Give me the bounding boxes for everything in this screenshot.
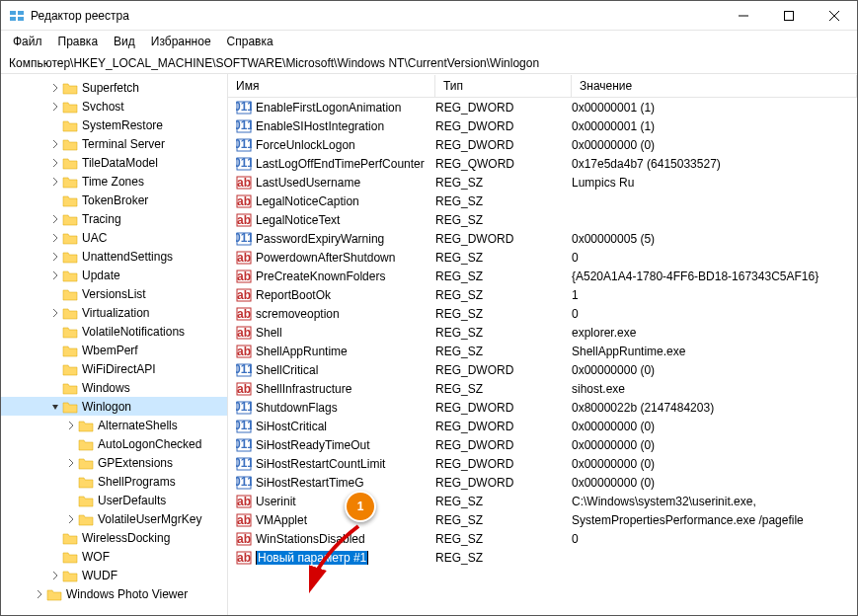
menu-edit[interactable]: Правка bbox=[52, 33, 105, 50]
tree-item[interactable]: ShellPrograms bbox=[1, 472, 227, 491]
column-value[interactable]: Значение bbox=[572, 75, 857, 97]
menu-file[interactable]: Файл bbox=[7, 33, 48, 50]
tree-item[interactable]: Time Zones bbox=[1, 172, 227, 191]
tree-item[interactable]: Update bbox=[1, 266, 227, 284]
tree-item[interactable]: VersionsList bbox=[1, 284, 227, 303]
tree-item[interactable]: AutoLogonChecked bbox=[1, 434, 227, 453]
list-row[interactable]: 011LastLogOffEndTimePerfCounterREG_QWORD… bbox=[228, 154, 857, 173]
list-row[interactable]: abUserinitREG_SZC:\Windows\system32\user… bbox=[228, 492, 857, 510]
value-type-icon: 011 bbox=[236, 100, 252, 116]
list-row[interactable]: abShellREG_SZexplorer.exe bbox=[228, 323, 857, 342]
tree-item[interactable]: SystemRestore bbox=[1, 116, 227, 134]
tree-item[interactable]: VolatileUserMgrKey bbox=[1, 509, 227, 528]
expand-icon[interactable] bbox=[48, 231, 62, 245]
expand-icon[interactable] bbox=[48, 550, 62, 564]
expand-icon[interactable] bbox=[48, 118, 62, 132]
expand-icon[interactable] bbox=[48, 344, 62, 357]
tree-item[interactable]: VolatileNotifications bbox=[1, 322, 227, 341]
expand-icon[interactable] bbox=[48, 175, 62, 189]
tree-item[interactable]: Winlogon bbox=[1, 397, 227, 416]
tree-item[interactable]: Virtualization bbox=[1, 303, 227, 322]
expand-icon[interactable] bbox=[48, 193, 62, 207]
tree-view[interactable]: SuperfetchSvchostSystemRestoreTerminal S… bbox=[1, 74, 228, 615]
expand-icon[interactable] bbox=[48, 100, 62, 114]
tree-item[interactable]: GPExtensions bbox=[1, 453, 227, 472]
menu-help[interactable]: Справка bbox=[221, 33, 279, 50]
list-row[interactable]: 011SiHostRestartTimeGREG_DWORD0x00000000… bbox=[228, 473, 857, 492]
expand-icon[interactable] bbox=[64, 494, 78, 507]
tree-item[interactable]: UAC bbox=[1, 228, 227, 247]
list-row[interactable]: abLastUsedUsernameREG_SZLumpics Ru bbox=[228, 173, 857, 192]
list-row[interactable]: 011PasswordExpiryWarningREG_DWORD0x00000… bbox=[228, 229, 857, 248]
tree-item[interactable]: TokenBroker bbox=[1, 191, 227, 209]
column-name[interactable]: Имя bbox=[228, 75, 435, 97]
list-row[interactable]: 011ForceUnlockLogonREG_DWORD0x00000000 (… bbox=[228, 135, 857, 154]
menu-favorites[interactable]: Избранное bbox=[145, 33, 217, 50]
expand-icon[interactable] bbox=[48, 531, 62, 545]
expand-icon[interactable] bbox=[48, 81, 62, 95]
list-row[interactable]: abLegalNoticeTextREG_SZ bbox=[228, 210, 857, 229]
expand-icon[interactable] bbox=[48, 250, 62, 264]
list-row[interactable]: abShellAppRuntimeREG_SZShellAppRuntime.e… bbox=[228, 342, 857, 360]
list-row[interactable]: abLegalNoticeCaptionREG_SZ bbox=[228, 192, 857, 210]
tree-label: Windows bbox=[82, 381, 130, 395]
list-body[interactable]: 011EnableFirstLogonAnimationREG_DWORD0x0… bbox=[228, 98, 857, 615]
tree-item[interactable]: WbemPerf bbox=[1, 341, 227, 359]
list-row[interactable]: abscremoveoptionREG_SZ0 bbox=[228, 304, 857, 323]
address-bar[interactable]: Компьютер\HKEY_LOCAL_MACHINE\SOFTWARE\Mi… bbox=[1, 52, 857, 74]
tree-item[interactable]: Tracing bbox=[1, 209, 227, 228]
tree-item[interactable]: Windows bbox=[1, 378, 227, 397]
menu-view[interactable]: Вид bbox=[108, 33, 141, 50]
maximize-button[interactable] bbox=[766, 1, 812, 31]
tree-item[interactable]: WOF bbox=[1, 547, 227, 566]
tree-item[interactable]: Svchost bbox=[1, 97, 227, 116]
expand-icon[interactable] bbox=[48, 212, 62, 226]
list-row[interactable]: 011ShellCriticalREG_DWORD0x00000000 (0) bbox=[228, 360, 857, 379]
expand-icon[interactable] bbox=[64, 419, 78, 432]
list-row[interactable]: abНовый параметр #1REG_SZ bbox=[228, 548, 857, 567]
expand-icon[interactable] bbox=[48, 569, 62, 582]
expand-icon[interactable] bbox=[48, 381, 62, 395]
expand-icon[interactable] bbox=[48, 362, 62, 376]
column-type[interactable]: Тип bbox=[435, 75, 572, 97]
expand-icon[interactable] bbox=[33, 587, 46, 601]
expand-icon[interactable] bbox=[48, 400, 62, 414]
list-row[interactable]: 011EnableSIHostIntegrationREG_DWORD0x000… bbox=[228, 116, 857, 135]
tree-item[interactable]: WiFiDirectAPI bbox=[1, 359, 227, 378]
list-row[interactable]: 011EnableFirstLogonAnimationREG_DWORD0x0… bbox=[228, 98, 857, 116]
tree-item[interactable]: Terminal Server bbox=[1, 134, 227, 153]
list-row[interactable]: abVMAppletREG_SZSystemPropertiesPerforma… bbox=[228, 510, 857, 529]
tree-item[interactable]: Superfetch bbox=[1, 78, 227, 97]
tree-item[interactable]: UserDefaults bbox=[1, 491, 227, 509]
expand-icon[interactable] bbox=[48, 306, 62, 320]
close-button[interactable] bbox=[812, 1, 857, 31]
minimize-button[interactable] bbox=[721, 1, 766, 31]
list-row[interactable]: abPreCreateKnownFoldersREG_SZ{A520A1A4-1… bbox=[228, 267, 857, 285]
value-name: Shell bbox=[256, 326, 435, 340]
expand-icon[interactable] bbox=[48, 287, 62, 301]
list-row[interactable]: abShellInfrastructureREG_SZsihost.exe bbox=[228, 379, 857, 398]
tree-item[interactable]: WUDF bbox=[1, 566, 227, 584]
expand-icon[interactable] bbox=[64, 456, 78, 470]
expand-icon[interactable] bbox=[64, 475, 78, 489]
expand-icon[interactable] bbox=[48, 325, 62, 339]
tree-item[interactable]: WirelessDocking bbox=[1, 528, 227, 547]
list-row[interactable]: abWinStationsDisabledREG_SZ0 bbox=[228, 529, 857, 548]
expand-icon[interactable] bbox=[48, 269, 62, 282]
value-name-edit[interactable]: Новый параметр #1 bbox=[256, 551, 435, 565]
expand-icon[interactable] bbox=[64, 437, 78, 451]
list-row[interactable]: abReportBootOkREG_SZ1 bbox=[228, 285, 857, 304]
expand-icon[interactable] bbox=[48, 137, 62, 151]
list-row[interactable]: 011ShutdownFlagsREG_DWORD0x8000022b (214… bbox=[228, 398, 857, 417]
list-row[interactable]: 011SiHostReadyTimeOutREG_DWORD0x00000000… bbox=[228, 435, 857, 454]
list-row[interactable]: 011SiHostRestartCountLimitREG_DWORD0x000… bbox=[228, 454, 857, 473]
expand-icon[interactable] bbox=[48, 156, 62, 170]
tree-item[interactable]: TileDataModel bbox=[1, 153, 227, 172]
list-row[interactable]: 011SiHostCriticalREG_DWORD0x00000000 (0) bbox=[228, 417, 857, 435]
list-row[interactable]: abPowerdownAfterShutdownREG_SZ0 bbox=[228, 248, 857, 267]
tree-item[interactable]: AlternateShells bbox=[1, 416, 227, 434]
svg-text:011: 011 bbox=[236, 118, 252, 132]
tree-item[interactable]: UnattendSettings bbox=[1, 247, 227, 266]
tree-item[interactable]: Windows Photo Viewer bbox=[1, 584, 227, 603]
expand-icon[interactable] bbox=[64, 512, 78, 526]
